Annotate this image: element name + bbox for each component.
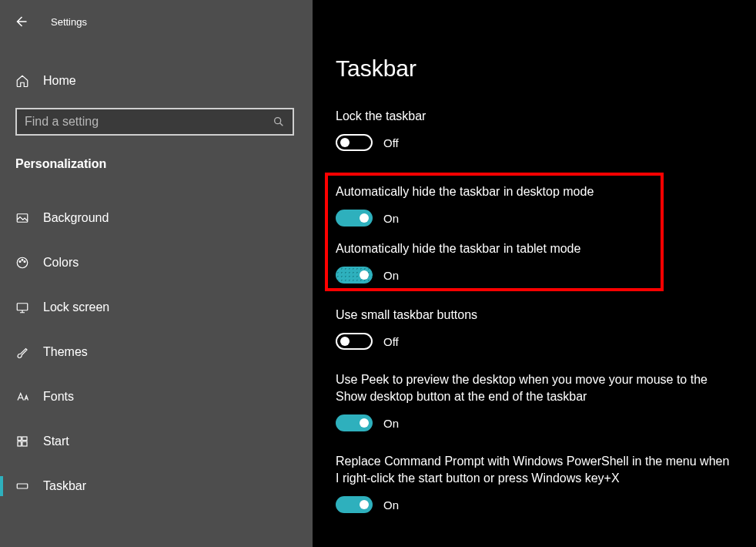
toggle-powershell-state: On: [383, 498, 399, 512]
svg-rect-9: [18, 441, 22, 446]
brush-icon: [15, 345, 29, 359]
nav-home-label: Home: [43, 74, 76, 88]
back-icon[interactable]: [14, 15, 28, 29]
option-peek-label: Use Peek to preview the desktop when you…: [336, 371, 736, 405]
nav-lockscreen[interactable]: Lock screen: [0, 285, 313, 330]
toggle-hide-desktop[interactable]: [336, 210, 373, 227]
fonts-icon: [15, 390, 29, 404]
option-peek: Use Peek to preview the desktop when you…: [336, 371, 742, 431]
nav-list: Background Colors Lock screen Themes: [0, 196, 313, 508]
option-hide-desktop: Automatically hide the taskbar in deskto…: [336, 183, 653, 227]
toggle-hide-desktop-state: On: [383, 212, 399, 225]
nav-colors[interactable]: Colors: [0, 240, 313, 285]
nav-fonts[interactable]: Fonts: [0, 374, 313, 419]
option-hide-tablet-label: Automatically hide the taskbar in tablet…: [336, 240, 653, 257]
page-title: Taskbar: [336, 55, 742, 82]
option-small-buttons: Use small taskbar buttons Off: [336, 307, 742, 350]
start-icon: [15, 435, 29, 448]
option-small-buttons-label: Use small taskbar buttons: [336, 307, 736, 324]
svg-rect-10: [22, 441, 27, 446]
svg-rect-8: [22, 437, 27, 441]
content-pane: Taskbar Lock the taskbar Off Automatical…: [313, 0, 756, 547]
toggle-powershell[interactable]: [336, 496, 373, 513]
search-wrap: [15, 108, 294, 136]
toggle-lock-taskbar-state: Off: [383, 136, 399, 149]
option-powershell-label: Replace Command Prompt with Windows Powe…: [336, 453, 736, 487]
svg-rect-11: [17, 484, 28, 488]
toggle-lock-taskbar[interactable]: [336, 134, 373, 151]
settings-window: Settings Home Personalization Backgro: [0, 0, 756, 547]
home-icon: [15, 74, 29, 88]
option-lock-taskbar: Lock the taskbar Off: [336, 108, 742, 151]
nav-themes-label: Themes: [43, 345, 88, 359]
nav-themes[interactable]: Themes: [0, 330, 313, 374]
palette-icon: [15, 256, 29, 270]
nav-background[interactable]: Background: [0, 196, 313, 240]
search-icon: [273, 116, 285, 128]
toggle-peek-state: On: [383, 417, 399, 430]
toggle-peek[interactable]: [336, 414, 373, 431]
nav-lockscreen-label: Lock screen: [43, 300, 109, 314]
nav-background-label: Background: [43, 211, 109, 225]
picture-icon: [15, 211, 29, 225]
search-input[interactable]: [25, 115, 273, 129]
option-hide-desktop-label: Automatically hide the taskbar in deskto…: [336, 183, 653, 200]
nav-start[interactable]: Start: [0, 419, 313, 464]
svg-rect-6: [17, 304, 28, 310]
option-lock-taskbar-label: Lock the taskbar: [336, 108, 736, 125]
option-powershell: Replace Command Prompt with Windows Powe…: [336, 453, 742, 513]
nav-fonts-label: Fonts: [43, 390, 74, 404]
svg-point-4: [22, 259, 23, 260]
svg-rect-7: [18, 437, 22, 441]
svg-point-5: [24, 261, 25, 263]
toggle-small-buttons-state: Off: [383, 335, 399, 348]
section-label: Personalization: [0, 136, 313, 182]
toggle-hide-tablet[interactable]: [336, 267, 373, 284]
svg-point-3: [19, 261, 21, 263]
titlebar: Settings: [0, 6, 313, 37]
search-field[interactable]: [15, 108, 294, 136]
highlight-annotation: Automatically hide the taskbar in deskto…: [325, 173, 664, 291]
nav-start-label: Start: [43, 435, 69, 448]
svg-point-0: [275, 118, 281, 124]
nav-taskbar-label: Taskbar: [43, 479, 86, 493]
nav-home[interactable]: Home: [0, 63, 313, 99]
sidebar: Settings Home Personalization Backgro: [0, 0, 313, 547]
titlebar-label: Settings: [51, 16, 87, 28]
toggle-hide-tablet-state: On: [383, 269, 399, 282]
monitor-icon: [15, 300, 29, 314]
option-hide-tablet: Automatically hide the taskbar in tablet…: [336, 240, 653, 284]
nav-taskbar[interactable]: Taskbar: [0, 464, 313, 508]
toggle-small-buttons[interactable]: [336, 333, 373, 350]
taskbar-icon: [15, 479, 29, 493]
nav-colors-label: Colors: [43, 256, 79, 270]
